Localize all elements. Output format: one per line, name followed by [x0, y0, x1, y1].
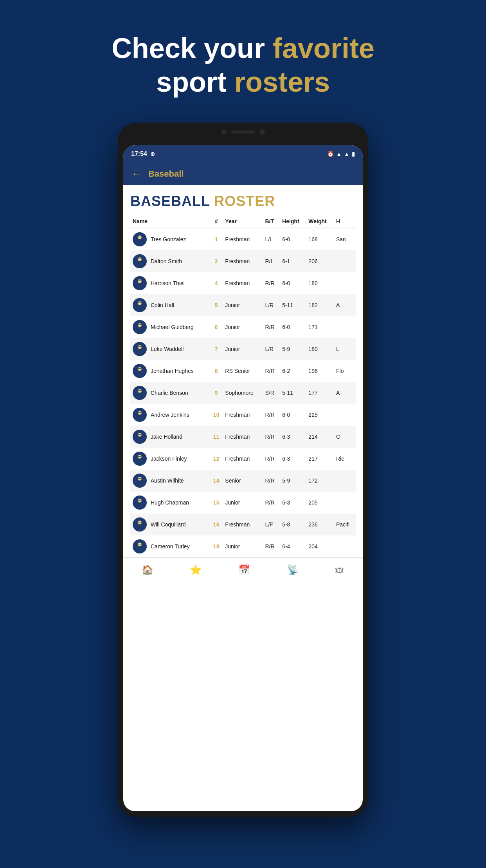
- nav-schedule[interactable]: 📅: [238, 564, 250, 575]
- player-height: 6-0: [280, 404, 306, 426]
- player-year: RS Senior: [223, 360, 263, 382]
- svg-point-7: [138, 302, 141, 305]
- player-year: Freshman: [223, 426, 263, 448]
- player-name-cell: Jonathan Hughes: [130, 360, 210, 382]
- player-weight: 196: [306, 360, 334, 382]
- player-extra: L: [334, 338, 356, 360]
- player-name-cell: Harrison Thiel: [130, 272, 210, 294]
- player-extra: [334, 316, 356, 338]
- calendar-icon: 📅: [238, 564, 250, 575]
- alarm-icon: ⏰: [327, 151, 334, 157]
- player-avatar: [133, 342, 147, 356]
- bottom-nav: 🏠 ⭐ 📅 📡 🎟: [123, 557, 363, 582]
- app-header: ← Baseball: [123, 163, 363, 185]
- table-row: Will Coquillard 16 Freshman L/F 6-8 236 …: [130, 514, 356, 535]
- svg-point-27: [138, 521, 141, 524]
- hero-line2: sport rosters: [112, 65, 374, 99]
- player-bt: L/R: [263, 294, 280, 316]
- player-extra: Ric: [334, 448, 356, 470]
- player-weight: 180: [306, 338, 334, 360]
- player-extra: San: [334, 228, 356, 250]
- roster-table: Name # Year B/T Height Weight H: [130, 215, 356, 557]
- svg-point-9: [138, 324, 141, 327]
- player-bt: L/R: [263, 338, 280, 360]
- player-number: 18: [210, 535, 223, 557]
- player-name: Will Coquillard: [151, 521, 185, 528]
- status-bar: 17:54 ⊕ ⏰ ▲ ▲ ▮: [123, 145, 363, 163]
- player-number: 11: [210, 426, 223, 448]
- player-year: Freshman: [223, 514, 263, 535]
- player-name: Jake Holland: [151, 434, 182, 440]
- player-year: Sophomore: [223, 382, 263, 404]
- player-number: 2: [210, 250, 223, 272]
- svg-point-11: [138, 345, 141, 349]
- player-name-cell: Cameron Turley: [130, 535, 210, 557]
- player-bt: R/L: [263, 250, 280, 272]
- player-year: Freshman: [223, 250, 263, 272]
- player-height: 5-11: [280, 382, 306, 404]
- player-weight: 180: [306, 272, 334, 294]
- speaker: [231, 130, 255, 134]
- radio-icon: 📡: [287, 564, 299, 575]
- player-height: 6-0: [280, 316, 306, 338]
- svg-point-25: [138, 499, 141, 502]
- player-year: Junior: [223, 316, 263, 338]
- table-row: Luke Waddell 7 Junior L/R 5-9 180 L: [130, 338, 356, 360]
- player-bt: R/R: [263, 316, 280, 338]
- nav-radio[interactable]: 📡: [287, 564, 299, 575]
- player-number: 14: [210, 470, 223, 492]
- player-height: 6-8: [280, 514, 306, 535]
- col-weight: Weight: [306, 215, 334, 228]
- nav-favorites[interactable]: ⭐: [190, 564, 202, 575]
- player-height: 6-3: [280, 492, 306, 514]
- player-name: Tres Gonzalez: [151, 236, 186, 242]
- home-icon: 🏠: [142, 564, 153, 575]
- player-number: 4: [210, 272, 223, 294]
- player-avatar: [133, 276, 147, 290]
- svg-point-29: [138, 543, 141, 546]
- player-extra: [334, 250, 356, 272]
- player-weight: 205: [306, 492, 334, 514]
- player-name-cell: Michael Guldberg: [130, 316, 210, 338]
- nav-tickets[interactable]: 🎟: [335, 564, 344, 575]
- player-name-cell: Dalton Smith: [130, 250, 210, 272]
- player-name: Jonathan Hughes: [151, 368, 194, 374]
- player-weight: 177: [306, 382, 334, 404]
- svg-point-19: [138, 433, 141, 436]
- table-row: Andrew Jenkins 10 Freshman R/R 6-0 225: [130, 404, 356, 426]
- table-row: Dalton Smith 2 Freshman R/L 6-1 206: [130, 250, 356, 272]
- player-avatar: [133, 430, 147, 444]
- player-year: Junior: [223, 338, 263, 360]
- col-year: Year: [223, 215, 263, 228]
- player-year: Freshman: [223, 448, 263, 470]
- player-year: Junior: [223, 294, 263, 316]
- player-name: Austin Wilhite: [151, 477, 184, 484]
- player-weight: 214: [306, 426, 334, 448]
- player-avatar: [133, 452, 147, 466]
- table-row: Harrison Thiel 4 Freshman R/R 6-0 180: [130, 272, 356, 294]
- nav-home[interactable]: 🏠: [142, 564, 153, 575]
- player-extra: Pacifi: [334, 514, 356, 535]
- player-avatar: [133, 539, 147, 553]
- ticket-icon: 🎟: [335, 564, 344, 575]
- player-height: 6-1: [280, 250, 306, 272]
- player-avatar: [133, 298, 147, 312]
- table-row: Jake Holland 11 Freshman R/R 6-3 214 C: [130, 426, 356, 448]
- table-row: Jackson Finley 12 Freshman R/R 6-3 217 R…: [130, 448, 356, 470]
- svg-point-17: [138, 411, 141, 414]
- player-height: 5-11: [280, 294, 306, 316]
- player-name-cell: Jackson Finley: [130, 448, 210, 470]
- player-name: Cameron Turley: [151, 543, 190, 550]
- player-avatar: [133, 320, 147, 334]
- player-number: 7: [210, 338, 223, 360]
- col-bt: B/T: [263, 215, 280, 228]
- back-button[interactable]: ←: [131, 168, 142, 180]
- player-name: Harrison Thiel: [151, 280, 185, 286]
- player-year: Freshman: [223, 404, 263, 426]
- player-weight: 204: [306, 535, 334, 557]
- player-year: Junior: [223, 535, 263, 557]
- player-number: 6: [210, 316, 223, 338]
- player-number: 9: [210, 382, 223, 404]
- player-bt: R/R: [263, 360, 280, 382]
- battery-icon: ▮: [352, 151, 355, 157]
